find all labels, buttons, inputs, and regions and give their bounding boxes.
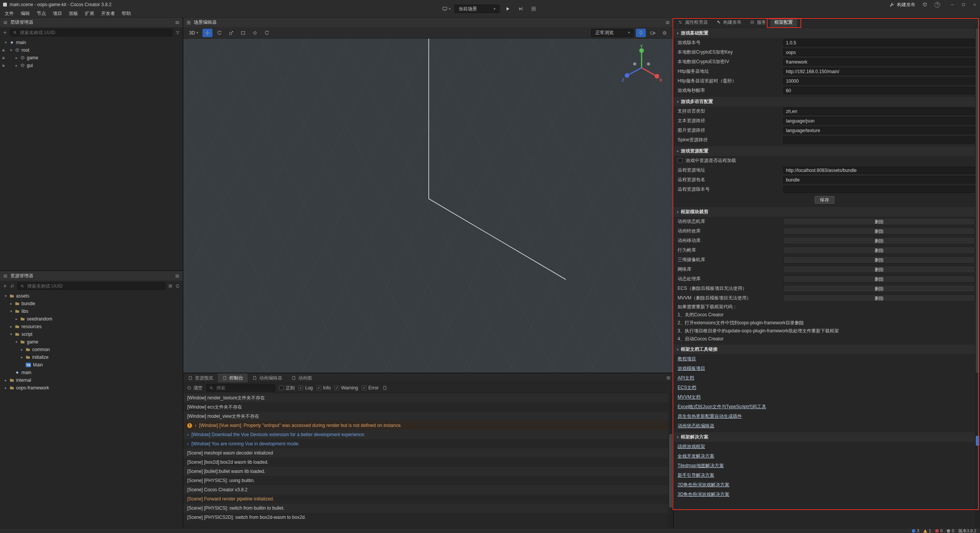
inspector-scrollbar[interactable] bbox=[975, 27, 980, 528]
menu-extension[interactable]: 扩展 bbox=[82, 9, 98, 18]
expand-arrow-icon[interactable] bbox=[9, 48, 13, 52]
open-preview-window-button[interactable] bbox=[529, 4, 539, 13]
module-delete-button[interactable]: 删除 bbox=[783, 218, 975, 225]
hierarchy-search-input[interactable] bbox=[19, 29, 170, 36]
hierarchy-node-gui[interactable]: gui bbox=[0, 62, 183, 69]
http-server-input[interactable] bbox=[783, 68, 975, 75]
collapse-arrow-icon[interactable] bbox=[20, 348, 24, 352]
texture-path-input[interactable] bbox=[783, 127, 975, 134]
doc-link-hotupdate-plugin[interactable]: 原生包热更新配置自动生成插件 bbox=[678, 413, 742, 420]
collapse-arrow-icon[interactable] bbox=[15, 56, 18, 60]
tab-property-inspector[interactable]: 属性检查器 bbox=[674, 18, 712, 27]
menu-developer[interactable]: 开发者 bbox=[98, 9, 118, 18]
status-info-counter[interactable]: 3 bbox=[912, 528, 919, 533]
move-tool-button[interactable] bbox=[203, 29, 212, 37]
expand-arrow-icon[interactable] bbox=[9, 309, 13, 313]
menu-help[interactable]: 帮助 bbox=[118, 9, 134, 18]
console-log-line[interactable]: [Scene] [PHYSICS]: using builtin. bbox=[183, 476, 668, 485]
asset-folder-common[interactable]: common bbox=[0, 346, 183, 353]
doc-link-tutorial-project[interactable]: 教程项目 bbox=[678, 356, 696, 362]
console-log-line[interactable]: [Window] model_view文件夹不存在 bbox=[183, 412, 668, 421]
build-publish-button[interactable]: 构建发布 bbox=[889, 2, 915, 8]
warning-filter-checkbox[interactable]: Warning bbox=[335, 385, 358, 391]
console-log-line[interactable]: [Window] render_texture文件夹不存在 bbox=[183, 393, 668, 402]
info-filter-checkbox[interactable]: Info bbox=[317, 385, 331, 391]
asset-folder-assets[interactable]: assets bbox=[0, 292, 183, 300]
help-icon[interactable] bbox=[934, 2, 940, 8]
panel-menu-icon[interactable] bbox=[175, 20, 180, 25]
view-mode-select[interactable]: 正常浏览 ▾ bbox=[591, 29, 634, 37]
scrollbar-thumb[interactable] bbox=[669, 434, 672, 508]
lighting-toggle-button[interactable] bbox=[636, 29, 646, 37]
orientation-gizmo[interactable]: Y X Z bbox=[619, 44, 665, 90]
tab-asset-preview[interactable]: 资源预览 bbox=[183, 373, 218, 383]
console-warning-line[interactable]: › [Window] [Vue warn]: Property "onInput… bbox=[183, 421, 668, 430]
module-delete-button[interactable]: 删除 bbox=[783, 237, 975, 244]
scene-viewport[interactable]: Y X Z bbox=[183, 39, 673, 373]
section-basic-config[interactable]: 游戏基础配置 bbox=[674, 28, 975, 38]
asset-folder-initialize[interactable]: initialize bbox=[0, 353, 183, 361]
game-version-input[interactable] bbox=[783, 39, 975, 46]
collapse-arrow-icon[interactable] bbox=[15, 64, 18, 67]
module-delete-button[interactable]: 删除 bbox=[783, 285, 975, 292]
add-node-icon[interactable] bbox=[3, 30, 7, 35]
expand-arrow-icon[interactable] bbox=[4, 294, 8, 298]
scale-tool-button[interactable] bbox=[226, 29, 236, 37]
expand-chevron-icon[interactable]: › bbox=[187, 441, 189, 446]
status-message-counter[interactable]: 0 bbox=[947, 528, 954, 533]
fps-input[interactable] bbox=[783, 87, 975, 94]
export-log-icon[interactable] bbox=[382, 386, 387, 390]
console-log-line[interactable]: [Scene] Cocos Creator v3.8.2 bbox=[183, 485, 668, 494]
clear-console-button[interactable]: 清空 bbox=[187, 385, 203, 391]
console-log-line[interactable]: [Window] ecs文件夹不存在 bbox=[183, 402, 668, 412]
scene-settings-button[interactable] bbox=[660, 29, 670, 37]
mode-3d-button[interactable]: 3D ▾ bbox=[187, 30, 201, 36]
tab-animation-graph[interactable]: 动画图 bbox=[287, 373, 317, 383]
tab-framework-config[interactable]: 框架配置 bbox=[770, 18, 797, 27]
panel-menu-icon[interactable] bbox=[665, 20, 670, 25]
asset-folder-internal[interactable]: internal bbox=[0, 376, 183, 384]
asset-file-main-ts[interactable]: TS Main bbox=[0, 361, 183, 369]
console-log-line[interactable]: [Scene] [bullet]:bullet wasm lib loaded. bbox=[183, 467, 668, 476]
module-delete-button[interactable]: 删除 bbox=[783, 266, 975, 273]
expand-arrow-icon[interactable] bbox=[9, 332, 13, 336]
list-options-icon[interactable] bbox=[168, 284, 173, 288]
module-delete-button[interactable]: 删除 bbox=[783, 275, 975, 283]
remote-version-input[interactable] bbox=[783, 186, 975, 193]
error-filter-checkbox[interactable]: Error bbox=[362, 385, 379, 391]
asset-folder-oops-framework[interactable]: oops-framework bbox=[0, 384, 183, 392]
close-icon[interactable] bbox=[972, 2, 977, 7]
asset-folder-script[interactable]: script bbox=[0, 330, 183, 338]
panel-menu-icon[interactable] bbox=[666, 376, 671, 380]
regex-filter-checkbox[interactable]: 正则 bbox=[279, 385, 295, 391]
text-path-input[interactable] bbox=[783, 117, 975, 124]
module-delete-button[interactable]: 删除 bbox=[783, 227, 975, 235]
solution-link-2d-rpg[interactable]: 2D角色扮演游戏解决方案 bbox=[678, 482, 729, 488]
package-icon[interactable] bbox=[922, 2, 928, 7]
rect-tool-button[interactable] bbox=[238, 29, 248, 37]
section-solutions[interactable]: 框架解决方案 bbox=[674, 432, 975, 442]
minimize-icon[interactable] bbox=[950, 2, 955, 7]
section-resource-config[interactable]: 游戏资源配置 bbox=[674, 146, 975, 156]
solution-link-tiledmap[interactable]: Tiledmap地图解决方案 bbox=[678, 463, 724, 469]
snap-tool-button[interactable] bbox=[262, 29, 272, 37]
play-button[interactable] bbox=[503, 4, 513, 13]
asset-folder-libs[interactable]: libs bbox=[0, 307, 183, 315]
console-info-line[interactable]: › [Window] You are running Vue in develo… bbox=[183, 439, 668, 448]
maximize-icon[interactable] bbox=[961, 2, 966, 7]
section-doc-links[interactable]: 框架文档工具链接 bbox=[674, 345, 975, 354]
http-timeout-input[interactable] bbox=[783, 77, 975, 85]
doc-link-ecs[interactable]: ECS文档 bbox=[678, 384, 696, 391]
hierarchy-node-main[interactable]: main bbox=[0, 39, 183, 46]
tab-build-publish[interactable]: 构建发布 bbox=[712, 18, 746, 27]
lock-icon[interactable] bbox=[2, 56, 5, 60]
preview-device-button[interactable]: ▾ bbox=[441, 4, 451, 13]
camera-settings-button[interactable] bbox=[648, 29, 658, 37]
console-info-line[interactable]: › [Window] Download the Vue Devtools ext… bbox=[183, 430, 668, 439]
step-button[interactable] bbox=[516, 4, 526, 13]
refresh-icon[interactable] bbox=[175, 284, 180, 288]
console-log-line[interactable]: [Scene] meshopt wasm decoder initialized bbox=[183, 448, 668, 458]
section-module-trim[interactable]: 框架模块裁剪 bbox=[674, 207, 975, 217]
solution-link-3d-rpg[interactable]: 3D角色扮演游戏解决方案 bbox=[678, 491, 729, 498]
assets-search-input[interactable] bbox=[26, 283, 162, 289]
